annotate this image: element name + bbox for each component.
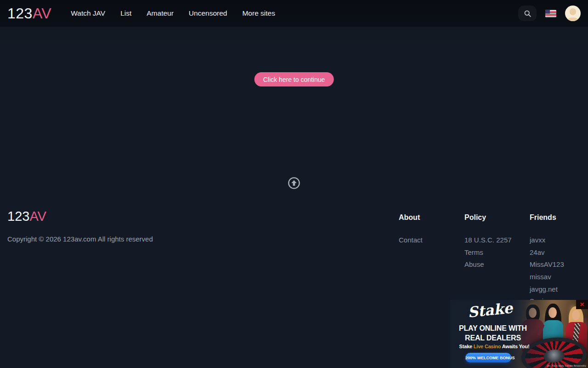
site-logo[interactable]: 123AV [7, 5, 51, 22]
footer-column-friends: Friends javxx 24av MissAV123 missav javg… [530, 213, 564, 310]
footer-logo-text-123: 123 [7, 209, 29, 224]
ad-banner[interactable]: Stake PLAY ONLINE WITH REAL DEALERS Stak… [450, 300, 588, 368]
footer-link-24av[interactable]: 24av [530, 248, 545, 256]
arrow-up-circle-icon [288, 177, 300, 190]
header-right [518, 0, 581, 27]
logo-text-av: AV [33, 5, 51, 22]
footer-link-javgg[interactable]: javgg.net [530, 285, 558, 293]
continue-button[interactable]: Click here to continue [254, 72, 334, 86]
footer-heading-policy: Policy [464, 213, 512, 222]
ad-close-button[interactable]: ✕ [576, 300, 588, 309]
header: 123AV Watch JAV List Amateur Uncensored … [0, 0, 588, 27]
search-button[interactable] [518, 6, 537, 21]
copyright-text: Copyright © 2026 123av.com All rights re… [7, 235, 153, 243]
footer-link-javxx[interactable]: javxx [530, 236, 545, 244]
nav-list[interactable]: List [120, 9, 131, 17]
nav-uncensored[interactable]: Uncensored [189, 9, 227, 17]
ad-disclaimer-text: 18+, T&Cs Apply, Gamble Responsibly [547, 364, 586, 367]
close-icon: ✕ [580, 301, 584, 308]
footer-heading-about: About [399, 213, 423, 222]
main-nav: Watch JAV List Amateur Uncensored More s… [71, 9, 275, 17]
nav-more-sites[interactable]: More sites [242, 9, 275, 17]
search-icon [524, 10, 531, 17]
ad-cta-button[interactable]: 200% WELCOME BONUS [465, 353, 511, 362]
ad-headline-line2: REAL DEALERS [450, 334, 536, 342]
footer-logo-text-av: AV [29, 209, 46, 224]
logo-text-123: 123 [7, 5, 33, 22]
avatar-head-silhouette [570, 8, 576, 15]
ad-tagline-highlight: Live Casino [474, 344, 501, 349]
nav-watch-jav[interactable]: Watch JAV [71, 9, 105, 17]
page-background: 123AV Watch JAV List Amateur Uncensored … [0, 0, 588, 368]
nav-amateur[interactable]: Amateur [147, 9, 174, 17]
footer-column-policy: Policy 18 U.S.C. 2257 Terms Abuse [464, 213, 512, 273]
footer-logo[interactable]: 123AV [7, 209, 46, 224]
avatar[interactable] [565, 6, 581, 21]
us-flag-icon[interactable] [545, 10, 556, 17]
ad-headline-line1: PLAY ONLINE WITH [450, 324, 536, 333]
footer-link-contact[interactable]: Contact [399, 236, 423, 244]
footer-heading-friends: Friends [530, 213, 564, 222]
scroll-to-top-button[interactable] [288, 177, 300, 190]
footer-column-about: About Contact [399, 213, 423, 248]
ad-tagline-prefix: Stake [459, 344, 472, 349]
footer-link-terms[interactable]: Terms [464, 248, 483, 256]
ad-tagline-suffix: Awaits You! [502, 344, 530, 349]
footer-link-2257[interactable]: 18 U.S.C. 2257 [464, 236, 512, 244]
footer-link-missav123[interactable]: MissAV123 [530, 260, 564, 268]
avatar-shoulders-silhouette [567, 17, 579, 21]
ad-tagline: Stake Live Casino Awaits You! [450, 344, 538, 349]
footer-link-missav[interactable]: missav [530, 273, 551, 281]
footer-link-abuse[interactable]: Abuse [464, 260, 484, 268]
